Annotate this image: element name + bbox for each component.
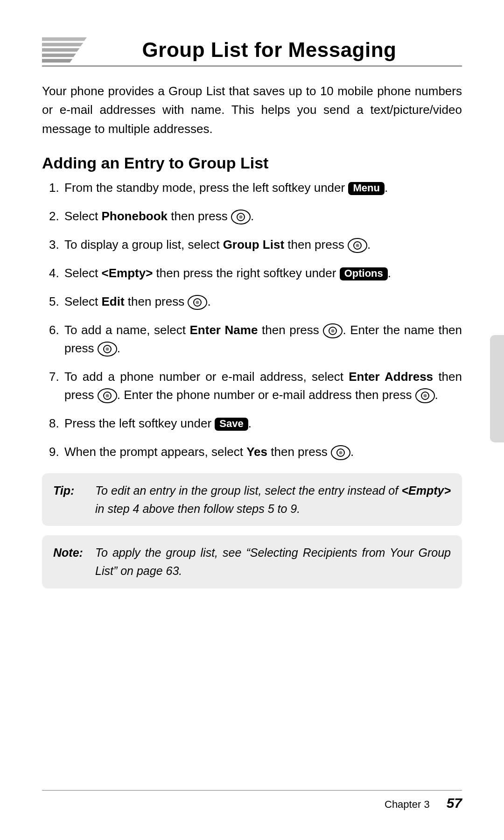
footer-divider xyxy=(42,790,462,791)
manual-page: Group List for Messaging Your phone prov… xyxy=(0,0,504,840)
footer-chapter: Chapter 3 xyxy=(385,798,430,811)
ok-button-icon xyxy=(98,388,117,403)
svg-point-22 xyxy=(105,394,109,397)
svg-marker-2 xyxy=(42,48,80,52)
note-label: Note: xyxy=(53,544,95,580)
svg-point-7 xyxy=(239,215,242,218)
svg-point-13 xyxy=(196,301,199,304)
tip-callout: Tip: To edit an entry in the group list,… xyxy=(42,473,462,526)
step-1: From the standby mode, press the left so… xyxy=(63,179,462,197)
footer-page-number: 57 xyxy=(447,795,462,811)
options-key-icon: Options xyxy=(340,267,388,280)
ok-button-icon xyxy=(415,388,435,403)
ok-button-icon xyxy=(331,445,350,460)
steps-list: From the standby mode, press the left so… xyxy=(42,179,462,461)
svg-point-10 xyxy=(356,244,359,247)
note-callout: Note: To apply the group list, see “Sele… xyxy=(42,535,462,588)
step-8: Press the left softkey under Save. xyxy=(63,414,462,433)
svg-marker-0 xyxy=(42,37,87,41)
ok-button-icon xyxy=(188,295,207,310)
section-heading: Adding an Entry to Group List xyxy=(42,154,462,172)
svg-point-16 xyxy=(331,329,335,332)
ok-button-icon xyxy=(231,210,251,224)
note-body: To apply the group list, see “Selecting … xyxy=(95,544,451,580)
tip-body: To edit an entry in the group list, sele… xyxy=(95,482,451,518)
step-9: When the prompt appears, select Yes then… xyxy=(63,443,462,461)
save-key-icon: Save xyxy=(215,418,248,431)
svg-point-19 xyxy=(105,347,109,350)
header-divider xyxy=(42,65,462,67)
page-footer: Chapter 3 57 xyxy=(42,790,462,811)
step-3: To display a group list, select Group Li… xyxy=(63,236,462,254)
menu-key-icon: Menu xyxy=(348,182,384,195)
svg-marker-4 xyxy=(42,59,72,63)
ok-button-icon xyxy=(348,238,367,253)
page-title: Group List for Messaging xyxy=(100,38,462,62)
step-4: Select <Empty> then press the right soft… xyxy=(63,264,462,282)
page-header: Group List for Messaging xyxy=(42,37,462,63)
tip-label: Tip: xyxy=(53,482,95,518)
svg-point-25 xyxy=(423,394,427,397)
ok-button-icon xyxy=(98,342,117,357)
step-6: To add a name, select Enter Name then pr… xyxy=(63,321,462,357)
step-2: Select Phonebook then press . xyxy=(63,207,462,225)
thumb-tab xyxy=(490,335,504,442)
intro-paragraph: Your phone provides a Group List that sa… xyxy=(42,82,462,138)
ok-button-icon xyxy=(323,323,343,338)
step-7: To add a phone number or e-mail address,… xyxy=(63,368,462,404)
svg-marker-3 xyxy=(42,54,76,57)
svg-point-28 xyxy=(339,451,342,454)
header-stripes-icon xyxy=(42,37,87,63)
step-5: Select Edit then press . xyxy=(63,293,462,311)
svg-marker-1 xyxy=(42,43,83,47)
